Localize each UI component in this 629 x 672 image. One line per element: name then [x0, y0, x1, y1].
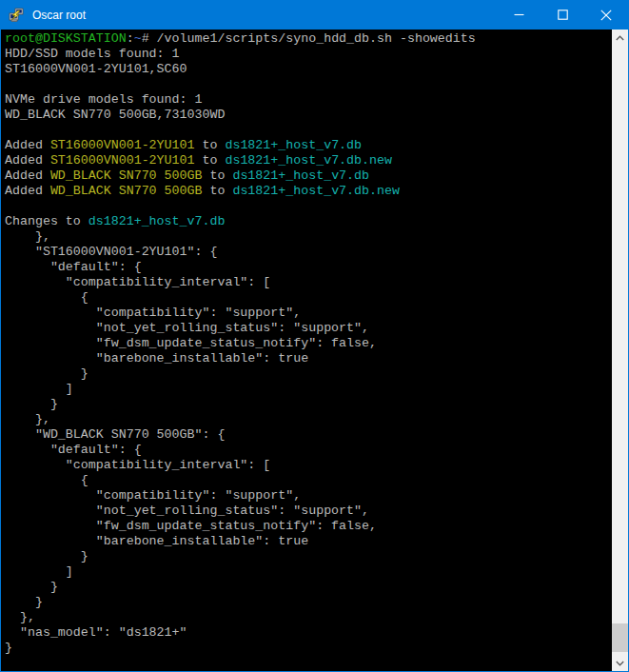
minimize-button[interactable]	[497, 0, 541, 30]
terminal-text-segment: ds1821+_host_v7.db	[232, 168, 369, 183]
terminal-text-segment: ds1821+_host_v7.db.new	[225, 153, 392, 168]
terminal-line: ST16000VN001-2YU101,SC60	[5, 62, 612, 77]
terminal-text-segment: "ST16000VN001-2YU101": {	[5, 245, 217, 259]
terminal-text-segment: WD_BLACK SN770 500GB	[50, 168, 203, 183]
terminal-text-segment: "default": {	[5, 260, 142, 274]
terminal-text-segment: WD_BLACK SN770 500GB	[50, 184, 203, 198]
maximize-icon	[558, 10, 568, 20]
terminal-text-segment: },	[5, 229, 50, 244]
terminal-text-segment: "WD_BLACK SN770 500GB": {	[5, 427, 225, 442]
terminal-text-segment: "compatibility": "support",	[5, 488, 301, 503]
terminal-line: Added WD_BLACK SN770 500GB to ds1821+_ho…	[5, 184, 612, 199]
terminal-text-segment: ~	[134, 31, 142, 46]
terminal-text-segment: }	[5, 595, 43, 609]
terminal-line: "not_yet_rolling_status": "support",	[5, 321, 612, 336]
terminal-text-segment: Added	[5, 168, 50, 183]
terminal-line: Added WD_BLACK SN770 500GB to ds1821+_ho…	[5, 168, 612, 184]
terminal-line: "barebone_installable": true	[5, 534, 612, 549]
terminal-line: "nas_model": "ds1821+"	[5, 625, 612, 641]
terminal-line: }	[5, 366, 612, 382]
terminal-line: {	[5, 473, 612, 488]
terminal-text-segment: WD_BLACK SN770 500GB,731030WD	[5, 108, 225, 122]
terminal-line: }	[5, 595, 612, 610]
terminal-text-segment: ST16000VN001-2YU101,SC60	[5, 62, 187, 76]
putty-icon	[9, 8, 24, 23]
putty-window: Oscar root root@DISKSTATION:	[0, 0, 629, 672]
terminal-text-segment: #	[142, 31, 157, 46]
terminal-text-segment: }	[5, 397, 58, 411]
terminal-text-segment: "compatibility": "support",	[5, 306, 301, 320]
terminal-text-segment: to	[202, 168, 232, 183]
terminal-text-segment: "compatibility_interval": [	[5, 275, 270, 289]
terminal-line	[5, 123, 612, 138]
terminal-line: },	[5, 412, 612, 427]
scroll-down-button[interactable]	[612, 655, 628, 671]
chevron-up-icon	[616, 35, 624, 41]
terminal-line: "WD_BLACK SN770 500GB": {	[5, 427, 612, 443]
terminal-line: "compatibility_interval": [	[5, 275, 612, 290]
terminal-line: "ST16000VN001-2YU101": {	[5, 245, 612, 260]
terminal-text-segment: ]	[5, 382, 73, 396]
terminal-text-segment: {	[5, 290, 88, 305]
terminal-line	[5, 199, 612, 214]
terminal-text-segment: {	[5, 473, 88, 487]
titlebar[interactable]: Oscar root	[1, 0, 628, 30]
close-icon	[600, 10, 612, 21]
window-content: root@DISKSTATION:~# /volume1/scripts/syn…	[1, 30, 628, 671]
terminal-line: {	[5, 290, 612, 306]
scrollbar-track[interactable]	[612, 46, 628, 655]
terminal-text-segment: },	[5, 610, 35, 624]
terminal-text-segment: NVMe drive models found: 1	[5, 92, 202, 107]
terminal-text-segment: "barebone_installable": true	[5, 351, 308, 366]
chevron-down-icon	[616, 661, 624, 666]
terminal-text-segment: /volume1/scripts/syno_hdd_db.sh -showedi…	[157, 31, 476, 46]
close-button[interactable]	[584, 0, 628, 30]
terminal-text-segment: to	[202, 184, 232, 198]
terminal-text-segment: to	[195, 138, 226, 152]
terminal-line: }	[5, 641, 612, 656]
terminal-line: "not_yet_rolling_status": "support",	[5, 504, 612, 519]
terminal-text-segment: "barebone_installable": true	[5, 534, 308, 548]
terminal-line: "barebone_installable": true	[5, 351, 612, 366]
terminal-text-segment: "fw_dsm_update_status_notify": false,	[5, 519, 377, 533]
terminal-line: }	[5, 549, 612, 564]
app-icon-button[interactable]	[9, 8, 24, 23]
terminal-line: root@DISKSTATION:~# /volume1/scripts/syn…	[5, 31, 612, 47]
maximize-button[interactable]	[541, 0, 584, 30]
terminal-line: Added ST16000VN001-2YU101 to ds1821+_hos…	[5, 138, 612, 153]
terminal-output: root@DISKSTATION:~# /volume1/scripts/syn…	[5, 31, 612, 656]
terminal-line: Changes to ds1821+_host_v7.db	[5, 214, 612, 229]
terminal-line: "compatibility_interval": [	[5, 458, 612, 473]
terminal-line: ]	[5, 564, 612, 580]
terminal-text-segment: "not_yet_rolling_status": "support",	[5, 504, 369, 518]
terminal-text-segment: :	[127, 31, 134, 46]
terminal-text-segment: to	[195, 153, 226, 168]
terminal-text-segment: }	[5, 366, 88, 381]
scrollbar-thumb[interactable]	[612, 623, 628, 652]
terminal-line	[5, 77, 612, 92]
terminal-text-segment: "not_yet_rolling_status": "support",	[5, 321, 369, 335]
terminal-text-segment: ST16000VN001-2YU101	[50, 138, 195, 152]
terminal-line: },	[5, 229, 612, 245]
terminal-line: Added ST16000VN001-2YU101 to ds1821+_hos…	[5, 153, 612, 168]
terminal-line: HDD/SSD models found: 1	[5, 47, 612, 62]
terminal-line: WD_BLACK SN770 500GB,731030WD	[5, 108, 612, 123]
window-title: Oscar root	[32, 9, 497, 22]
terminal-text-segment: "nas_model": "ds1821+"	[5, 625, 187, 640]
scroll-up-button[interactable]	[612, 30, 628, 46]
terminal-screen[interactable]: root@DISKSTATION:~# /volume1/scripts/syn…	[1, 30, 612, 671]
terminal-line: "fw_dsm_update_status_notify": false,	[5, 336, 612, 351]
terminal-line: }	[5, 397, 612, 412]
terminal-text-segment: }	[5, 549, 88, 563]
terminal-line: "default": {	[5, 260, 612, 275]
window-controls	[497, 0, 628, 30]
terminal-text-segment: }	[5, 580, 58, 594]
terminal-text-segment: }	[5, 641, 12, 655]
terminal-line: "compatibility": "support",	[5, 306, 612, 321]
terminal-text-segment: Added	[5, 153, 50, 168]
terminal-text-segment: "default": {	[5, 443, 142, 457]
minimize-icon	[514, 10, 524, 20]
terminal-line: "default": {	[5, 443, 612, 458]
terminal-text-segment: ST16000VN001-2YU101	[50, 153, 195, 168]
terminal-text-segment: ds1821+_host_v7.db.new	[232, 184, 400, 198]
